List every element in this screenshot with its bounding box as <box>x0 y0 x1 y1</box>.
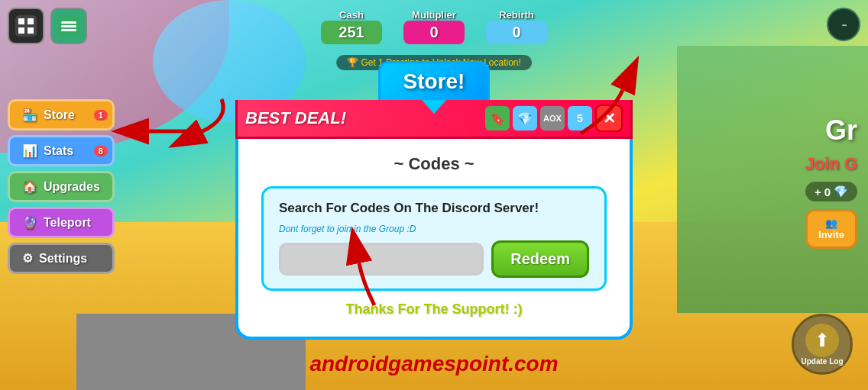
update-log-label: Update Log <box>802 357 844 366</box>
update-log-arrow-icon: ⬆ <box>805 324 839 357</box>
store-title-text: Store! <box>403 69 465 94</box>
cash-label: Cash <box>339 9 364 21</box>
rebirth-label: Rebirth <box>499 9 534 21</box>
stats-label: Stats <box>44 144 73 158</box>
coin-value: 0 <box>824 185 831 198</box>
teleport-icon: 🔮 <box>22 215 37 230</box>
store-title-badge: Store! <box>378 61 491 100</box>
sidebar: 🏪 Store 1 📊 Stats 8 🏠 Upgrades 🔮 Telepor… <box>8 99 115 274</box>
codes-hint-text: Dont forget to join in the Group :D <box>279 224 589 234</box>
tab-diamond-icon[interactable]: 💎 <box>513 106 537 131</box>
teleport-label: Teleport <box>44 216 91 230</box>
multiplier-value: 0 <box>403 21 465 44</box>
sidebar-item-stats[interactable]: 📊 Stats 8 <box>8 135 115 166</box>
close-icon: ✕ <box>603 109 616 127</box>
codes-panel: ~ Codes ~ Search For Codes On The Discor… <box>235 139 633 340</box>
best-deal-label: BEST DEAL! <box>245 108 346 128</box>
coin-display: + 0 💎 <box>805 182 857 201</box>
tab-number-icon[interactable]: 5 <box>568 106 592 131</box>
redeem-button[interactable]: Redeem <box>491 240 589 278</box>
upgrades-icon: 🏠 <box>22 179 37 194</box>
codes-search-title: Search For Codes On The Discord Server! <box>279 201 589 216</box>
settings-label: Settings <box>39 252 87 266</box>
multiplier-stat: Multiplier 0 <box>396 9 472 44</box>
multiplier-label: Multiplier <box>412 9 456 21</box>
rebirth-stat: Rebirth 0 <box>478 9 555 44</box>
stats-icon: 📊 <box>22 143 37 158</box>
watermark: androidgamespoint.com <box>309 352 558 376</box>
tab-aox-icon[interactable]: AOX <box>540 106 565 131</box>
cash-stat: Cash 251 <box>313 9 390 44</box>
cash-value: 251 <box>321 21 382 44</box>
invite-icon: 👥 <box>825 218 837 229</box>
watermark-text: androidgamespoint.com <box>309 352 558 375</box>
store-title-arrow <box>422 100 446 114</box>
right-panel: Gr Join G + 0 💎 👥 Invite <box>805 114 857 249</box>
sidebar-item-upgrades[interactable]: 🏠 Upgrades <box>8 171 115 202</box>
join-text: Join G <box>805 154 857 174</box>
codes-title: ~ Codes ~ <box>261 154 607 174</box>
coin-icon: + <box>815 185 821 198</box>
hud-bar: Cash 251 Multiplier 0 Rebirth 0 <box>0 0 868 53</box>
store-icon: 🏪 <box>22 108 37 122</box>
top-right-menu-button[interactable]: ··· <box>827 8 860 41</box>
store-title-wrapper: Store! <box>378 61 491 100</box>
sidebar-item-store[interactable]: 🏪 Store 1 <box>8 99 115 131</box>
sidebar-item-teleport[interactable]: 🔮 Teleport <box>8 207 115 238</box>
tab-bookmark-icon[interactable]: 🔖 <box>485 106 510 131</box>
settings-icon: ⚙ <box>22 251 33 266</box>
invite-label: Invite <box>818 229 844 240</box>
codes-search-box: Search For Codes On The Discord Server! … <box>261 186 607 291</box>
upgrades-label: Upgrades <box>44 180 100 194</box>
codes-input[interactable] <box>279 243 484 276</box>
store-close-button[interactable]: ✕ <box>595 105 623 132</box>
thanks-text: Thanks For The Support! :) <box>261 301 607 317</box>
gr-text: Gr <box>825 114 857 147</box>
stats-badge: 8 <box>94 146 108 156</box>
store-dialog: Store! BEST DEAL! 🔖 💎 AOX 5 ✕ ~ Codes ~ … <box>235 61 633 340</box>
sidebar-item-settings[interactable]: ⚙ Settings <box>8 243 115 274</box>
store-label: Store <box>44 108 75 122</box>
invite-button[interactable]: 👥 Invite <box>805 209 857 249</box>
store-dialog-header: Store! <box>235 61 633 100</box>
diamond-icon: 💎 <box>834 185 848 198</box>
codes-input-row: Redeem <box>279 240 589 278</box>
redeem-label: Redeem <box>510 250 570 267</box>
dots-icon: ··· <box>841 18 846 31</box>
rebirth-value: 0 <box>486 21 547 44</box>
store-badge: 1 <box>94 110 108 121</box>
update-log-button[interactable]: ⬆ Update Log <box>792 314 853 375</box>
